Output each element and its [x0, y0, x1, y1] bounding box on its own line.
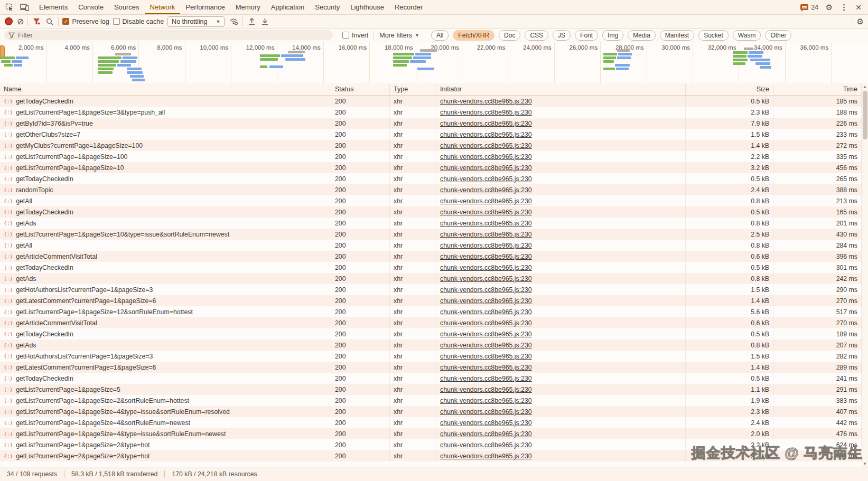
initiator-link[interactable]: chunk-vendors.cc8be965.js:230	[440, 264, 532, 271]
export-har-icon[interactable]	[260, 16, 269, 27]
scroll-down-icon[interactable]: ▼	[862, 460, 868, 467]
preserve-log-checkbox[interactable]: ✓ Preserve log	[62, 18, 109, 25]
table-row[interactable]: {:}getAds200xhrchunk-vendors.cc8be965.js…	[0, 218, 862, 229]
more-menu-icon[interactable]: ⋮	[840, 3, 848, 11]
table-row[interactable]: {:}getHotAuthorsList?currentPage=1&pageS…	[0, 351, 862, 362]
initiator-link[interactable]: chunk-vendors.cc8be965.js:230	[440, 153, 532, 161]
filter-pill-js[interactable]: JS	[553, 30, 571, 41]
initiator-link[interactable]: chunk-vendors.cc8be965.js:230	[440, 386, 532, 393]
initiator-link[interactable]: chunk-vendors.cc8be965.js:230	[440, 253, 532, 260]
filter-pill-doc[interactable]: Doc	[499, 30, 520, 41]
vertical-scrollbar[interactable]: ▲ ▼	[862, 83, 868, 467]
initiator-link[interactable]: chunk-vendors.cc8be965.js:230	[440, 408, 532, 416]
filter-input[interactable]	[4, 30, 333, 40]
filter-pill-media[interactable]: Media	[628, 30, 656, 41]
tab-elements[interactable]: Elements	[34, 0, 73, 14]
initiator-link[interactable]: chunk-vendors.cc8be965.js:230	[440, 375, 532, 382]
filter-pill-img[interactable]: Img	[602, 30, 623, 41]
filter-pill-all[interactable]: All	[431, 30, 449, 41]
initiator-link[interactable]: chunk-vendors.cc8be965.js:230	[440, 430, 532, 438]
tab-performance[interactable]: Performance	[180, 0, 230, 14]
initiator-link[interactable]: chunk-vendors.cc8be965.js:230	[440, 353, 532, 360]
more-filters-button[interactable]: More filters ▼	[379, 32, 419, 39]
initiator-link[interactable]: chunk-vendors.cc8be965.js:230	[440, 197, 532, 205]
table-row[interactable]: {:}getTodayCheckedIn200xhrchunk-vendors.…	[0, 262, 862, 273]
table-row[interactable]: {:}getAds200xhrchunk-vendors.cc8be965.js…	[0, 273, 862, 284]
table-row[interactable]: {:}getAll200xhrchunk-vendors.cc8be965.js…	[0, 195, 862, 206]
table-row[interactable]: {:}getArticleCommentVisitTotal200xhrchun…	[0, 317, 862, 328]
close-icon[interactable]: ✕	[855, 4, 862, 11]
inspect-element-icon[interactable]	[3, 2, 16, 13]
invert-checkbox[interactable]: Invert	[342, 32, 368, 39]
initiator-link[interactable]: chunk-vendors.cc8be965.js:230	[440, 441, 532, 449]
column-header-type[interactable]: Type	[390, 83, 436, 95]
table-row[interactable]: {:}getList?currentPage=1&pageSize=5200xh…	[0, 384, 862, 395]
table-row[interactable]: {:}getList?currentPage=1&pageSize=12&sor…	[0, 306, 862, 317]
initiator-link[interactable]: chunk-vendors.cc8be965.js:230	[440, 419, 532, 427]
table-row[interactable]: {:}getAds200xhrchunk-vendors.cc8be965.js…	[0, 339, 862, 351]
search-icon[interactable]	[45, 16, 54, 27]
initiator-link[interactable]: chunk-vendors.cc8be965.js:230	[440, 242, 532, 249]
import-har-icon[interactable]	[247, 16, 256, 27]
initiator-link[interactable]: chunk-vendors.cc8be965.js:230	[440, 109, 532, 116]
tab-security[interactable]: Security	[310, 0, 345, 14]
initiator-link[interactable]: chunk-vendors.cc8be965.js:230	[440, 209, 532, 216]
filter-pill-font[interactable]: Font	[575, 30, 598, 41]
column-header-initiator[interactable]: Initiator	[436, 83, 686, 95]
filter-pill-manifest[interactable]: Manifest	[660, 30, 694, 41]
initiator-link[interactable]: chunk-vendors.cc8be965.js:230	[440, 342, 532, 349]
initiator-link[interactable]: chunk-vendors.cc8be965.js:230	[440, 286, 532, 294]
disable-cache-checkbox[interactable]: Disable cache	[113, 18, 164, 25]
column-header-size[interactable]: Size	[686, 83, 773, 95]
device-toolbar-icon[interactable]	[18, 2, 31, 13]
initiator-link[interactable]: chunk-vendors.cc8be965.js:230	[440, 331, 532, 338]
filter-pill-wasm[interactable]: Wasm	[733, 30, 761, 41]
initiator-link[interactable]: chunk-vendors.cc8be965.js:230	[440, 175, 532, 183]
table-row[interactable]: {:}getLatestComment?currentPage=1&pageSi…	[0, 362, 862, 373]
filter-pill-fetch-xhr[interactable]: Fetch/XHR	[453, 30, 494, 41]
initiator-link[interactable]: chunk-vendors.cc8be965.js:230	[440, 220, 532, 227]
network-settings-gear-icon[interactable]: ⚙	[857, 17, 864, 25]
issues-button[interactable]: 24	[800, 4, 818, 11]
column-header-time[interactable]: Time	[773, 83, 862, 95]
table-row[interactable]: {:}getList?currentPage=1&pageSize=100200…	[0, 151, 862, 162]
table-row[interactable]: {:}getList?currentPage=1&pageSize=10200x…	[0, 162, 862, 173]
initiator-link[interactable]: chunk-vendors.cc8be965.js:230	[440, 120, 532, 127]
initiator-link[interactable]: chunk-vendors.cc8be965.js:230	[440, 319, 532, 327]
filter-pill-other[interactable]: Other	[765, 30, 791, 41]
tab-sources[interactable]: Sources	[109, 0, 145, 14]
table-row[interactable]: {:}getList?currentPage=1&pageSize=4&type…	[0, 428, 862, 439]
clear-network-log-icon[interactable]: ⊘	[17, 17, 24, 26]
table-row[interactable]: {:}getTodayCheckedIn200xhrchunk-vendors.…	[0, 173, 862, 184]
tab-console[interactable]: Console	[73, 0, 109, 14]
tab-network[interactable]: Network	[145, 0, 181, 14]
tab-memory[interactable]: Memory	[230, 0, 266, 14]
table-row[interactable]: {:}getList?currentPage=2&pageSize=2&type…	[0, 450, 862, 461]
table-row[interactable]: {:}getList?currentPage=1&pageSize=10&typ…	[0, 229, 862, 240]
initiator-link[interactable]: chunk-vendors.cc8be965.js:230	[440, 164, 532, 172]
table-row[interactable]: {:}getTodayCheckedIn200xhrchunk-vendors.…	[0, 206, 862, 218]
table-row[interactable]: {:}getAll200xhrchunk-vendors.cc8be965.js…	[0, 240, 862, 251]
table-row[interactable]: {:}getArticleCommentVisitTotal200xhrchun…	[0, 251, 862, 262]
table-row[interactable]: {:}getTodayCheckedIn200xhrchunk-vendors.…	[0, 96, 862, 107]
table-row[interactable]: {:}getList?currentPage=1&pageSize=2&type…	[0, 439, 862, 450]
initiator-link[interactable]: chunk-vendors.cc8be965.js:230	[440, 98, 532, 105]
filter-pill-css[interactable]: CSS	[525, 30, 548, 41]
table-row[interactable]: {:}getList?currentPage=1&pageSize=3&type…	[0, 107, 862, 118]
settings-gear-icon[interactable]: ⚙	[826, 3, 833, 11]
record-button[interactable]	[6, 18, 12, 24]
column-header-status[interactable]: Status	[331, 83, 390, 95]
initiator-link[interactable]: chunk-vendors.cc8be965.js:230	[440, 364, 532, 371]
initiator-link[interactable]: chunk-vendors.cc8be965.js:230	[440, 275, 532, 282]
table-row[interactable]: {:}getList?currentPage=1&pageSize=2&sort…	[0, 395, 862, 406]
throttling-select[interactable]: No throttling ▼	[167, 16, 225, 27]
table-row[interactable]: {:}randomTopic200xhrchunk-vendors.cc8be9…	[0, 184, 862, 195]
initiator-link[interactable]: chunk-vendors.cc8be965.js:230	[440, 231, 532, 238]
network-conditions-icon[interactable]	[228, 16, 239, 27]
initiator-link[interactable]: chunk-vendors.cc8be965.js:230	[440, 397, 532, 404]
table-row[interactable]: {:}getList?currentPage=1&pageSize=4&sort…	[0, 417, 862, 428]
initiator-link[interactable]: chunk-vendors.cc8be965.js:230	[440, 452, 532, 460]
tab-recorder[interactable]: Recorder	[389, 0, 428, 14]
initiator-link[interactable]: chunk-vendors.cc8be965.js:230	[440, 308, 532, 316]
tab-application[interactable]: Application	[266, 0, 310, 14]
